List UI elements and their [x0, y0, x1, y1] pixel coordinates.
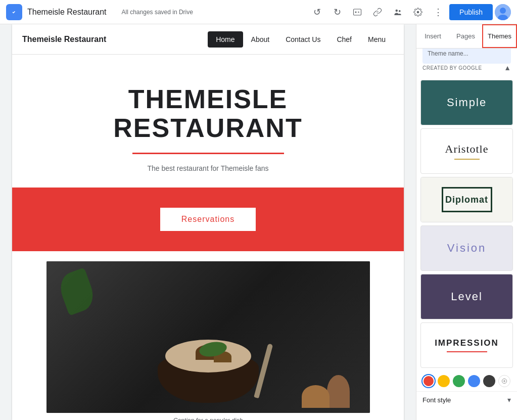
theme-card-simple[interactable]: Simple [420, 80, 513, 125]
hero-divider [132, 153, 284, 154]
svg-point-1 [355, 11, 357, 13]
theme-card-diplomat[interactable]: Diplomat [420, 177, 513, 222]
swatch-yellow[interactable] [438, 375, 450, 387]
impression-underline [447, 351, 487, 352]
swatch-green[interactable] [453, 375, 465, 387]
svg-point-5 [500, 8, 506, 14]
toolbar-icons: ↺ ↻ ⋮ Publish [308, 3, 511, 21]
theme-level-label: Level [451, 290, 483, 303]
theme-diplomat-label: Diplomat [442, 187, 492, 212]
theme-simple-label: Simple [447, 96, 487, 109]
section-label: CREATED BY GOOGLE [422, 65, 482, 71]
theme-card-level[interactable]: Level [420, 274, 513, 319]
redo-button[interactable]: ↻ [328, 3, 346, 21]
nav-menu[interactable]: Menu [360, 31, 394, 48]
nav-chef[interactable]: Chef [328, 31, 360, 48]
more-button[interactable]: ⋮ [429, 3, 447, 21]
hero-section: THEMEISLE RESTAURANT The best restaurant… [12, 55, 404, 172]
reservations-button[interactable]: Reservations [160, 208, 256, 231]
toolbar-title: Themeisle Restaurant [27, 8, 107, 17]
site-nav-links: Home About Contact Us Chef Menu [208, 31, 394, 48]
main-container: Themeisle Restaurant Home About Contact … [0, 24, 517, 420]
font-style-row[interactable]: Font style ▾ [416, 391, 517, 408]
tab-themes[interactable]: Themes [482, 24, 517, 48]
site-nav: Themeisle Restaurant Home About Contact … [12, 24, 404, 55]
nav-contact[interactable]: Contact Us [277, 31, 328, 48]
swatch-red[interactable] [422, 375, 435, 387]
theme-card-vision[interactable]: Vision [420, 225, 513, 271]
food-image [46, 261, 370, 413]
food-image-placeholder [46, 261, 370, 413]
people-button[interactable] [389, 3, 407, 21]
right-panel: Insert Pages Themes Theme name... CREATE… [416, 24, 517, 420]
tab-insert[interactable]: Insert [416, 24, 449, 48]
toolbar-status: All changes saved in Drive [122, 9, 193, 16]
swatch-custom[interactable] [498, 375, 510, 387]
theme-card-impression[interactable]: IMPRESSION [420, 322, 513, 368]
swatch-dark[interactable] [483, 375, 495, 387]
website-preview: Themeisle Restaurant Home About Contact … [12, 24, 404, 420]
settings-button[interactable] [409, 3, 427, 21]
theme-impression-label: IMPRESSION [435, 338, 499, 348]
aristotle-underline [454, 159, 480, 160]
font-style-label: Font style [422, 396, 451, 404]
panel-tabs: Insert Pages Themes [416, 24, 517, 49]
preview-button[interactable] [348, 3, 366, 21]
food-section: Caption for a popular dish [12, 251, 404, 420]
site-logo: Themeisle Restaurant [22, 35, 208, 44]
avatar[interactable] [495, 4, 511, 20]
nav-about[interactable]: About [243, 31, 278, 48]
svg-rect-0 [354, 9, 361, 15]
hero-subtitle: The best restaurant for Themeisle fans [32, 164, 384, 172]
hero-title: THEMEISLE RESTAURANT [32, 85, 384, 143]
canvas-area[interactable]: Themeisle Restaurant Home About Contact … [0, 24, 416, 420]
color-swatches [416, 371, 517, 391]
diplomat-wrapper: Diplomat [421, 177, 512, 222]
hero-title-line2: RESTAURANT [32, 114, 384, 143]
undo-button[interactable]: ↺ [308, 3, 326, 21]
google-logo[interactable] [6, 4, 22, 20]
link-button[interactable] [368, 3, 387, 21]
theme-aristotle-label: Aristotle [445, 143, 489, 156]
panel-content: Theme name... CREATED BY GOOGLE ▲ Simple… [416, 49, 517, 420]
toolbar-left: Themeisle Restaurant All changes saved i… [6, 4, 304, 20]
theme-card-aristotle[interactable]: Aristotle [420, 128, 513, 174]
svg-point-2 [396, 9, 398, 12]
nav-home[interactable]: Home [208, 31, 243, 48]
theme-vision-label: Vision [447, 242, 487, 255]
collapse-button[interactable]: ▲ [504, 64, 511, 72]
red-banner: Reservations [12, 188, 404, 251]
hero-title-line1: THEMEISLE [32, 85, 384, 114]
svg-point-3 [399, 10, 401, 12]
font-style-arrow: ▾ [507, 396, 511, 404]
publish-button[interactable]: Publish [449, 4, 493, 20]
toolbar: Themeisle Restaurant All changes saved i… [0, 0, 517, 24]
swatch-blue[interactable] [468, 375, 480, 387]
tab-pages[interactable]: Pages [449, 24, 482, 48]
food-caption: Caption for a popular dish [32, 417, 384, 420]
